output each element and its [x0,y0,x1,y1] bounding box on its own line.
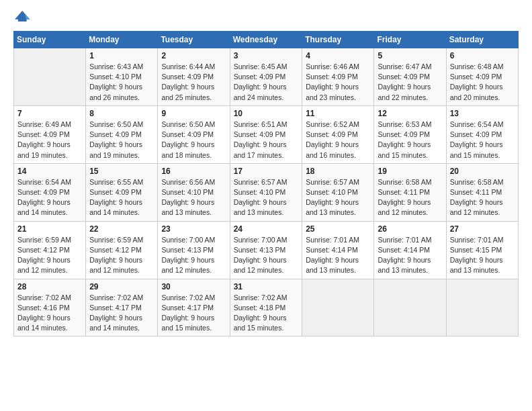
day-number: 9 [161,109,226,118]
day-info: Sunrise: 6:53 AMSunset: 4:09 PMDaylight:… [378,120,442,161]
calendar-cell: 17Sunrise: 6:57 AMSunset: 4:10 PMDayligh… [230,163,302,221]
day-info: Sunrise: 7:02 AMSunset: 4:17 PMDaylight:… [89,293,154,334]
calendar-cell [374,279,446,336]
day-number: 13 [450,109,515,118]
calendar-header: SundayMondayTuesdayWednesdayThursdayFrid… [14,32,519,48]
weekday-header-sunday: Sunday [14,32,86,48]
day-info: Sunrise: 7:02 AMSunset: 4:16 PMDaylight:… [17,293,82,334]
page-container: SundayMondayTuesdayWednesdayThursdayFrid… [0,0,532,343]
day-number: 10 [234,109,299,118]
day-info: Sunrise: 6:54 AMSunset: 4:09 PMDaylight:… [450,120,515,161]
day-number: 23 [161,224,226,234]
calendar-cell: 22Sunrise: 6:59 AMSunset: 4:12 PMDayligh… [86,221,158,279]
day-info: Sunrise: 7:01 AMSunset: 4:14 PMDaylight:… [306,235,370,276]
calendar-cell [446,279,518,336]
svg-marker-0 [15,11,30,21]
weekday-header-row: SundayMondayTuesdayWednesdayThursdayFrid… [14,32,519,48]
weekday-header-tuesday: Tuesday [158,32,230,48]
day-info: Sunrise: 6:47 AMSunset: 4:09 PMDaylight:… [378,62,442,103]
day-number: 14 [17,167,82,176]
header-row [13,11,519,27]
calendar-cell: 15Sunrise: 6:55 AMSunset: 4:09 PMDayligh… [86,163,158,221]
day-number: 24 [234,224,299,234]
day-number: 3 [234,51,299,60]
day-info: Sunrise: 7:01 AMSunset: 4:15 PMDaylight:… [450,235,515,276]
day-number: 6 [450,51,515,60]
weekday-header-thursday: Thursday [302,32,374,48]
day-number: 19 [378,167,442,176]
calendar-cell: 11Sunrise: 6:52 AMSunset: 4:09 PMDayligh… [302,105,374,163]
calendar-cell: 14Sunrise: 6:54 AMSunset: 4:09 PMDayligh… [14,163,86,221]
day-number: 26 [378,224,442,234]
calendar-cell: 3Sunrise: 6:45 AMSunset: 4:09 PMDaylight… [230,48,302,106]
day-info: Sunrise: 6:55 AMSunset: 4:09 PMDaylight:… [89,177,154,218]
day-number: 27 [450,224,515,234]
calendar-cell: 5Sunrise: 6:47 AMSunset: 4:09 PMDaylight… [374,48,446,106]
calendar-cell: 25Sunrise: 7:01 AMSunset: 4:14 PMDayligh… [302,221,374,279]
day-number: 1 [89,51,154,60]
day-info: Sunrise: 7:00 AMSunset: 4:13 PMDaylight:… [161,235,226,276]
calendar-cell: 31Sunrise: 7:02 AMSunset: 4:18 PMDayligh… [230,279,302,336]
day-number: 17 [234,167,299,176]
day-number: 22 [89,224,154,234]
day-number: 2 [161,51,226,60]
calendar-week-row: 14Sunrise: 6:54 AMSunset: 4:09 PMDayligh… [14,163,519,221]
calendar-cell [14,48,86,106]
calendar-table: SundayMondayTuesdayWednesdayThursdayFrid… [13,31,519,336]
day-info: Sunrise: 6:44 AMSunset: 4:09 PMDaylight:… [161,62,226,103]
calendar-cell: 30Sunrise: 7:02 AMSunset: 4:17 PMDayligh… [158,279,230,336]
calendar-cell: 26Sunrise: 7:01 AMSunset: 4:14 PMDayligh… [374,221,446,279]
logo-icon [15,8,31,24]
calendar-cell: 9Sunrise: 6:50 AMSunset: 4:09 PMDaylight… [158,105,230,163]
day-number: 8 [89,109,154,118]
day-info: Sunrise: 6:57 AMSunset: 4:10 PMDaylight:… [234,177,299,218]
logo [13,11,31,27]
day-info: Sunrise: 6:58 AMSunset: 4:11 PMDaylight:… [450,177,515,218]
day-number: 31 [234,282,299,291]
calendar-cell: 1Sunrise: 6:43 AMSunset: 4:10 PMDaylight… [86,48,158,106]
day-info: Sunrise: 6:45 AMSunset: 4:09 PMDaylight:… [234,62,299,103]
day-info: Sunrise: 6:59 AMSunset: 4:12 PMDaylight:… [17,235,82,276]
day-number: 7 [17,109,82,118]
day-info: Sunrise: 6:56 AMSunset: 4:10 PMDaylight:… [161,177,226,218]
day-number: 30 [161,282,226,291]
calendar-body: 1Sunrise: 6:43 AMSunset: 4:10 PMDaylight… [14,48,519,336]
calendar-cell: 29Sunrise: 7:02 AMSunset: 4:17 PMDayligh… [86,279,158,336]
calendar-cell: 13Sunrise: 6:54 AMSunset: 4:09 PMDayligh… [446,105,518,163]
day-info: Sunrise: 6:59 AMSunset: 4:12 PMDaylight:… [89,235,154,276]
day-info: Sunrise: 7:00 AMSunset: 4:13 PMDaylight:… [234,235,299,276]
weekday-header-saturday: Saturday [446,32,518,48]
weekday-header-monday: Monday [86,32,158,48]
day-info: Sunrise: 7:02 AMSunset: 4:18 PMDaylight:… [234,293,299,334]
calendar-cell: 18Sunrise: 6:57 AMSunset: 4:10 PMDayligh… [302,163,374,221]
day-number: 18 [306,167,370,176]
day-info: Sunrise: 6:50 AMSunset: 4:09 PMDaylight:… [89,120,154,161]
day-info: Sunrise: 6:58 AMSunset: 4:11 PMDaylight:… [378,177,442,218]
day-info: Sunrise: 6:54 AMSunset: 4:09 PMDaylight:… [17,177,82,218]
day-number: 12 [378,109,442,118]
calendar-cell: 8Sunrise: 6:50 AMSunset: 4:09 PMDaylight… [86,105,158,163]
day-number: 25 [306,224,370,234]
day-info: Sunrise: 6:57 AMSunset: 4:10 PMDaylight:… [306,177,370,218]
day-number: 4 [306,51,370,60]
calendar-cell: 19Sunrise: 6:58 AMSunset: 4:11 PMDayligh… [374,163,446,221]
day-info: Sunrise: 6:43 AMSunset: 4:10 PMDaylight:… [89,62,154,103]
day-info: Sunrise: 6:50 AMSunset: 4:09 PMDaylight:… [161,120,226,161]
calendar-cell: 21Sunrise: 6:59 AMSunset: 4:12 PMDayligh… [14,221,86,279]
calendar-cell: 2Sunrise: 6:44 AMSunset: 4:09 PMDaylight… [158,48,230,106]
day-info: Sunrise: 7:01 AMSunset: 4:14 PMDaylight:… [378,235,442,276]
calendar-week-row: 1Sunrise: 6:43 AMSunset: 4:10 PMDaylight… [14,48,519,106]
day-info: Sunrise: 6:46 AMSunset: 4:09 PMDaylight:… [306,62,370,103]
day-number: 11 [306,109,370,118]
day-number: 16 [161,167,226,176]
calendar-week-row: 21Sunrise: 6:59 AMSunset: 4:12 PMDayligh… [14,221,519,279]
calendar-cell: 10Sunrise: 6:51 AMSunset: 4:09 PMDayligh… [230,105,302,163]
calendar-cell: 28Sunrise: 7:02 AMSunset: 4:16 PMDayligh… [14,279,86,336]
day-number: 20 [450,167,515,176]
calendar-cell: 23Sunrise: 7:00 AMSunset: 4:13 PMDayligh… [158,221,230,279]
day-info: Sunrise: 6:48 AMSunset: 4:09 PMDaylight:… [450,62,515,103]
weekday-header-friday: Friday [374,32,446,48]
calendar-cell: 16Sunrise: 6:56 AMSunset: 4:10 PMDayligh… [158,163,230,221]
calendar-cell [302,279,374,336]
calendar-week-row: 28Sunrise: 7:02 AMSunset: 4:16 PMDayligh… [14,279,519,336]
